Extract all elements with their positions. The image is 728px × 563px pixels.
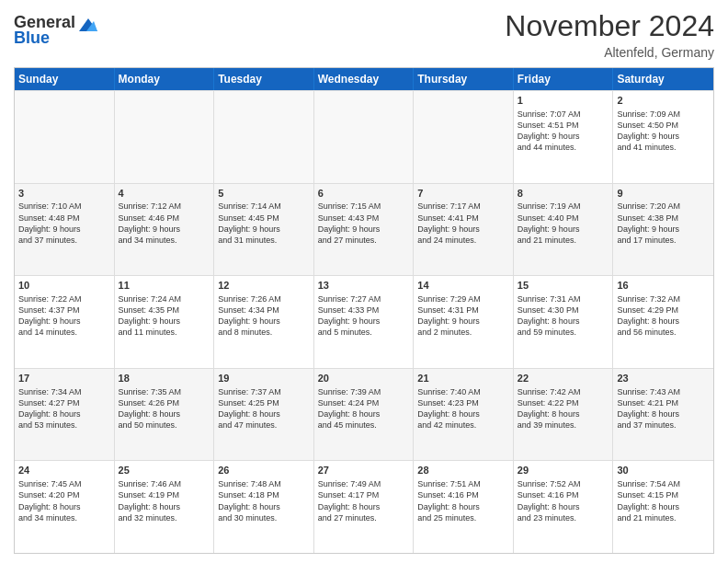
day-info: Sunrise: 7:27 AM Sunset: 4:33 PM Dayligh… (318, 293, 410, 339)
location: Altenfeld, Germany (505, 45, 714, 60)
day-number: 5 (218, 187, 310, 201)
day-info: Sunrise: 7:32 AM Sunset: 4:29 PM Dayligh… (617, 293, 710, 339)
calendar-cell: 4Sunrise: 7:12 AM Sunset: 4:46 PM Daylig… (115, 184, 215, 276)
day-number: 21 (417, 372, 509, 385)
calendar-cell: 23Sunrise: 7:43 AM Sunset: 4:21 PM Dayli… (613, 369, 713, 461)
day-info: Sunrise: 7:20 AM Sunset: 4:38 PM Dayligh… (617, 201, 710, 246)
day-info: Sunrise: 7:07 AM Sunset: 4:51 PM Dayligh… (518, 109, 609, 154)
day-info: Sunrise: 7:22 AM Sunset: 4:37 PM Dayligh… (18, 293, 110, 339)
calendar-cell: 27Sunrise: 7:49 AM Sunset: 4:17 PM Dayli… (314, 461, 415, 553)
calendar-row: 1Sunrise: 7:07 AM Sunset: 4:51 PM Daylig… (15, 90, 713, 183)
calendar-cell (214, 91, 314, 183)
calendar-cell: 22Sunrise: 7:42 AM Sunset: 4:22 PM Dayli… (514, 369, 614, 461)
calendar-cell: 9Sunrise: 7:20 AM Sunset: 4:38 PM Daylig… (613, 184, 713, 276)
day-info: Sunrise: 7:52 AM Sunset: 4:16 PM Dayligh… (518, 478, 609, 523)
day-info: Sunrise: 7:37 AM Sunset: 4:25 PM Dayligh… (218, 386, 310, 431)
month-title: November 2024 (505, 9, 714, 43)
calendar-row: 17Sunrise: 7:34 AM Sunset: 4:27 PM Dayli… (15, 368, 713, 461)
day-info: Sunrise: 7:35 AM Sunset: 4:26 PM Dayligh… (119, 386, 210, 431)
calendar-cell: 17Sunrise: 7:34 AM Sunset: 4:27 PM Dayli… (15, 369, 115, 461)
calendar-cell: 30Sunrise: 7:54 AM Sunset: 4:15 PM Dayli… (613, 461, 713, 553)
calendar-header: Sunday Monday Tuesday Wednesday Thursday… (15, 68, 713, 90)
day-info: Sunrise: 7:09 AM Sunset: 4:50 PM Dayligh… (617, 109, 710, 154)
day-number: 12 (218, 279, 310, 293)
day-info: Sunrise: 7:34 AM Sunset: 4:27 PM Dayligh… (18, 386, 110, 431)
day-info: Sunrise: 7:12 AM Sunset: 4:46 PM Dayligh… (119, 201, 210, 246)
day-info: Sunrise: 7:31 AM Sunset: 4:30 PM Dayligh… (518, 293, 609, 339)
day-number: 7 (417, 187, 509, 201)
calendar-cell: 21Sunrise: 7:40 AM Sunset: 4:23 PM Dayli… (414, 369, 514, 461)
calendar-cell: 24Sunrise: 7:45 AM Sunset: 4:20 PM Dayli… (15, 461, 115, 553)
day-number: 24 (18, 464, 110, 477)
calendar-cell: 7Sunrise: 7:17 AM Sunset: 4:41 PM Daylig… (414, 184, 514, 276)
day-number: 2 (617, 94, 710, 108)
calendar-row: 3Sunrise: 7:10 AM Sunset: 4:48 PM Daylig… (15, 183, 713, 276)
day-info: Sunrise: 7:26 AM Sunset: 4:34 PM Dayligh… (218, 293, 310, 339)
calendar-cell: 14Sunrise: 7:29 AM Sunset: 4:31 PM Dayli… (414, 276, 514, 368)
day-info: Sunrise: 7:24 AM Sunset: 4:35 PM Dayligh… (119, 293, 210, 339)
header-sunday: Sunday (15, 68, 115, 90)
title-block: November 2024 Altenfeld, Germany (505, 9, 714, 60)
header-wednesday: Wednesday (314, 68, 415, 90)
day-info: Sunrise: 7:10 AM Sunset: 4:48 PM Dayligh… (18, 201, 110, 246)
day-info: Sunrise: 7:17 AM Sunset: 4:41 PM Dayligh… (417, 201, 509, 246)
calendar-row: 10Sunrise: 7:22 AM Sunset: 4:37 PM Dayli… (15, 275, 713, 368)
day-info: Sunrise: 7:19 AM Sunset: 4:40 PM Dayligh… (518, 201, 609, 246)
calendar-cell: 2Sunrise: 7:09 AM Sunset: 4:50 PM Daylig… (613, 91, 713, 183)
day-info: Sunrise: 7:54 AM Sunset: 4:15 PM Dayligh… (617, 478, 710, 523)
day-info: Sunrise: 7:42 AM Sunset: 4:22 PM Dayligh… (518, 386, 609, 431)
calendar-cell: 25Sunrise: 7:46 AM Sunset: 4:19 PM Dayli… (115, 461, 215, 553)
calendar-cell: 12Sunrise: 7:26 AM Sunset: 4:34 PM Dayli… (214, 276, 314, 368)
day-number: 4 (119, 187, 210, 201)
calendar-cell: 1Sunrise: 7:07 AM Sunset: 4:51 PM Daylig… (514, 91, 614, 183)
day-number: 20 (318, 372, 410, 385)
day-number: 29 (518, 464, 609, 477)
day-number: 16 (617, 279, 710, 293)
day-number: 26 (218, 464, 310, 477)
calendar-cell (115, 91, 215, 183)
day-info: Sunrise: 7:51 AM Sunset: 4:16 PM Dayligh… (417, 478, 509, 523)
day-info: Sunrise: 7:43 AM Sunset: 4:21 PM Dayligh… (617, 386, 710, 431)
day-number: 11 (119, 279, 210, 293)
calendar: Sunday Monday Tuesday Wednesday Thursday… (14, 67, 714, 554)
day-info: Sunrise: 7:14 AM Sunset: 4:45 PM Dayligh… (218, 201, 310, 246)
day-number: 27 (318, 464, 410, 477)
day-number: 18 (119, 372, 210, 385)
day-number: 8 (518, 187, 609, 201)
calendar-row: 24Sunrise: 7:45 AM Sunset: 4:20 PM Dayli… (15, 460, 713, 553)
calendar-cell: 8Sunrise: 7:19 AM Sunset: 4:40 PM Daylig… (514, 184, 614, 276)
page-header: General Blue November 2024 Altenfeld, Ge… (14, 9, 714, 60)
day-number: 25 (119, 464, 210, 477)
header-thursday: Thursday (414, 68, 514, 90)
day-number: 17 (18, 372, 110, 385)
day-info: Sunrise: 7:49 AM Sunset: 4:17 PM Dayligh… (318, 478, 410, 523)
calendar-cell: 3Sunrise: 7:10 AM Sunset: 4:48 PM Daylig… (15, 184, 115, 276)
day-info: Sunrise: 7:15 AM Sunset: 4:43 PM Dayligh… (318, 201, 410, 246)
day-info: Sunrise: 7:29 AM Sunset: 4:31 PM Dayligh… (417, 293, 509, 339)
header-saturday: Saturday (613, 68, 713, 90)
calendar-cell: 29Sunrise: 7:52 AM Sunset: 4:16 PM Dayli… (514, 461, 614, 553)
calendar-cell: 13Sunrise: 7:27 AM Sunset: 4:33 PM Dayli… (314, 276, 415, 368)
day-number: 3 (18, 187, 110, 201)
calendar-cell: 10Sunrise: 7:22 AM Sunset: 4:37 PM Dayli… (15, 276, 115, 368)
calendar-body: 1Sunrise: 7:07 AM Sunset: 4:51 PM Daylig… (15, 90, 713, 553)
logo: General Blue (14, 13, 97, 48)
day-number: 13 (318, 279, 410, 293)
calendar-cell (314, 91, 415, 183)
calendar-cell: 20Sunrise: 7:39 AM Sunset: 4:24 PM Dayli… (314, 369, 415, 461)
calendar-cell: 18Sunrise: 7:35 AM Sunset: 4:26 PM Dayli… (115, 369, 215, 461)
day-number: 22 (518, 372, 609, 385)
day-info: Sunrise: 7:45 AM Sunset: 4:20 PM Dayligh… (18, 478, 110, 523)
calendar-cell: 26Sunrise: 7:48 AM Sunset: 4:18 PM Dayli… (214, 461, 314, 553)
day-number: 6 (318, 187, 410, 201)
calendar-cell: 15Sunrise: 7:31 AM Sunset: 4:30 PM Dayli… (514, 276, 614, 368)
day-number: 28 (417, 464, 509, 477)
header-tuesday: Tuesday (214, 68, 314, 90)
day-number: 10 (18, 279, 110, 293)
day-number: 9 (617, 187, 710, 201)
day-number: 23 (617, 372, 710, 385)
day-number: 30 (617, 464, 710, 477)
calendar-cell: 6Sunrise: 7:15 AM Sunset: 4:43 PM Daylig… (314, 184, 415, 276)
calendar-cell: 28Sunrise: 7:51 AM Sunset: 4:16 PM Dayli… (414, 461, 514, 553)
calendar-cell: 16Sunrise: 7:32 AM Sunset: 4:29 PM Dayli… (613, 276, 713, 368)
